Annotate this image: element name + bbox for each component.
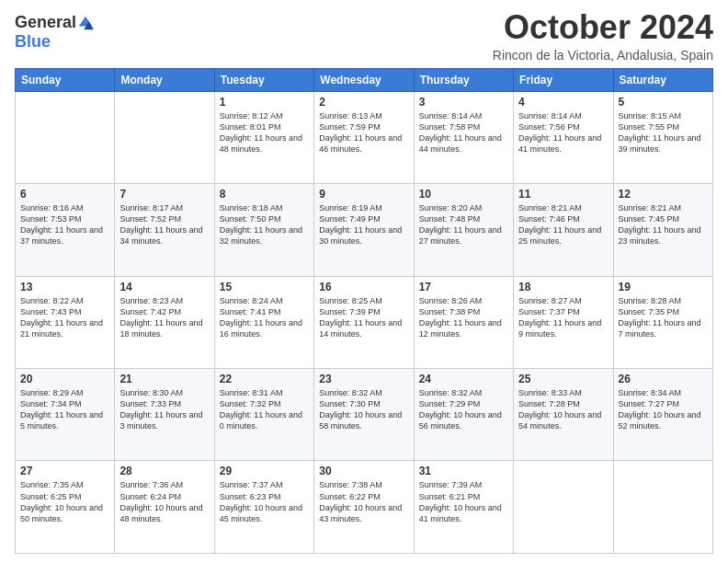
- day-number: 2: [319, 96, 408, 109]
- day-info: Sunrise: 8:32 AM Sunset: 7:29 PM Dayligh…: [419, 387, 508, 432]
- day-info: Sunrise: 8:25 AM Sunset: 7:39 PM Dayligh…: [319, 295, 408, 340]
- day-info: Sunrise: 8:23 AM Sunset: 7:42 PM Dayligh…: [119, 295, 209, 340]
- day-info: Sunrise: 8:12 AM Sunset: 8:01 PM Dayligh…: [220, 110, 309, 155]
- day-number: 11: [518, 188, 608, 201]
- table-row: 1Sunrise: 8:12 AM Sunset: 8:01 PM Daylig…: [214, 91, 313, 183]
- day-number: 14: [119, 281, 209, 293]
- logo-icon: [77, 15, 94, 31]
- day-info: Sunrise: 8:18 AM Sunset: 7:50 PM Dayligh…: [220, 202, 309, 247]
- day-number: 5: [619, 96, 708, 109]
- table-row: 21Sunrise: 8:30 AM Sunset: 7:33 PM Dayli…: [115, 369, 214, 461]
- day-number: 10: [419, 188, 508, 201]
- col-sunday: Sunday: [16, 68, 115, 91]
- table-row: 11Sunrise: 8:21 AM Sunset: 7:46 PM Dayli…: [514, 184, 613, 276]
- table-row: 3Sunrise: 8:14 AM Sunset: 7:58 PM Daylig…: [414, 91, 513, 183]
- table-row: 15Sunrise: 8:24 AM Sunset: 7:41 PM Dayli…: [214, 276, 313, 368]
- day-number: 1: [220, 96, 309, 109]
- calendar-header-row: Sunday Monday Tuesday Wednesday Thursday…: [16, 68, 713, 91]
- col-monday: Monday: [115, 68, 214, 91]
- logo-blue-text: Blue: [15, 32, 51, 52]
- calendar-week-row: 6Sunrise: 8:16 AM Sunset: 7:53 PM Daylig…: [16, 184, 713, 276]
- header: General Blue October 2024 Rincon de la V…: [15, 9, 713, 63]
- day-info: Sunrise: 7:39 AM Sunset: 6:21 PM Dayligh…: [419, 479, 508, 524]
- day-number: 26: [619, 373, 708, 385]
- day-info: Sunrise: 7:38 AM Sunset: 6:22 PM Dayligh…: [319, 479, 408, 524]
- day-number: 31: [419, 465, 508, 477]
- day-number: 23: [319, 373, 408, 385]
- calendar-week-row: 1Sunrise: 8:12 AM Sunset: 8:01 PM Daylig…: [16, 91, 713, 183]
- day-number: 19: [619, 281, 708, 293]
- day-info: Sunrise: 8:31 AM Sunset: 7:32 PM Dayligh…: [220, 387, 309, 432]
- day-number: 9: [319, 188, 408, 201]
- day-info: Sunrise: 8:33 AM Sunset: 7:28 PM Dayligh…: [518, 387, 608, 432]
- day-info: Sunrise: 8:14 AM Sunset: 7:56 PM Dayligh…: [518, 110, 608, 155]
- day-info: Sunrise: 8:20 AM Sunset: 7:48 PM Dayligh…: [419, 202, 508, 247]
- table-row: 8Sunrise: 8:18 AM Sunset: 7:50 PM Daylig…: [214, 184, 313, 276]
- calendar-week-row: 13Sunrise: 8:22 AM Sunset: 7:43 PM Dayli…: [16, 276, 713, 368]
- month-title: October 2024: [493, 9, 713, 46]
- day-info: Sunrise: 7:37 AM Sunset: 6:23 PM Dayligh…: [220, 479, 309, 524]
- table-row: 7Sunrise: 8:17 AM Sunset: 7:52 PM Daylig…: [115, 184, 214, 276]
- col-wednesday: Wednesday: [314, 68, 414, 91]
- day-number: 16: [319, 281, 408, 293]
- day-info: Sunrise: 8:21 AM Sunset: 7:46 PM Dayligh…: [518, 202, 608, 247]
- day-info: Sunrise: 8:24 AM Sunset: 7:41 PM Dayligh…: [220, 295, 309, 340]
- table-row: 30Sunrise: 7:38 AM Sunset: 6:22 PM Dayli…: [314, 461, 414, 554]
- table-row: 22Sunrise: 8:31 AM Sunset: 7:32 PM Dayli…: [214, 369, 313, 461]
- day-number: 24: [419, 373, 508, 385]
- table-row: [115, 91, 214, 183]
- table-row: 23Sunrise: 8:32 AM Sunset: 7:30 PM Dayli…: [314, 369, 414, 461]
- day-info: Sunrise: 7:35 AM Sunset: 6:25 PM Dayligh…: [20, 479, 109, 524]
- day-number: 25: [518, 373, 608, 385]
- table-row: 28Sunrise: 7:36 AM Sunset: 6:24 PM Dayli…: [115, 461, 214, 554]
- day-info: Sunrise: 8:19 AM Sunset: 7:49 PM Dayligh…: [319, 202, 408, 247]
- table-row: 12Sunrise: 8:21 AM Sunset: 7:45 PM Dayli…: [613, 184, 712, 276]
- page: General Blue October 2024 Rincon de la V…: [0, 0, 728, 563]
- day-info: Sunrise: 8:16 AM Sunset: 7:53 PM Dayligh…: [20, 202, 109, 247]
- day-number: 8: [220, 188, 309, 201]
- calendar-week-row: 20Sunrise: 8:29 AM Sunset: 7:34 PM Dayli…: [16, 369, 713, 461]
- col-saturday: Saturday: [613, 68, 712, 91]
- table-row: 20Sunrise: 8:29 AM Sunset: 7:34 PM Dayli…: [16, 369, 115, 461]
- table-row: 31Sunrise: 7:39 AM Sunset: 6:21 PM Dayli…: [414, 461, 513, 554]
- day-info: Sunrise: 8:28 AM Sunset: 7:35 PM Dayligh…: [619, 295, 708, 340]
- day-number: 22: [220, 373, 309, 385]
- col-friday: Friday: [514, 68, 613, 91]
- table-row: 27Sunrise: 7:35 AM Sunset: 6:25 PM Dayli…: [16, 461, 115, 554]
- day-info: Sunrise: 8:30 AM Sunset: 7:33 PM Dayligh…: [119, 387, 209, 432]
- table-row: 29Sunrise: 7:37 AM Sunset: 6:23 PM Dayli…: [214, 461, 313, 554]
- table-row: 5Sunrise: 8:15 AM Sunset: 7:55 PM Daylig…: [613, 91, 712, 183]
- day-info: Sunrise: 8:21 AM Sunset: 7:45 PM Dayligh…: [619, 202, 708, 247]
- table-row: 16Sunrise: 8:25 AM Sunset: 7:39 PM Dayli…: [314, 276, 414, 368]
- day-number: 4: [518, 96, 608, 109]
- day-info: Sunrise: 7:36 AM Sunset: 6:24 PM Dayligh…: [119, 479, 209, 524]
- day-number: 3: [419, 96, 508, 109]
- day-number: 18: [518, 281, 608, 293]
- day-info: Sunrise: 8:22 AM Sunset: 7:43 PM Dayligh…: [20, 295, 109, 340]
- table-row: 25Sunrise: 8:33 AM Sunset: 7:28 PM Dayli…: [514, 369, 613, 461]
- day-number: 21: [119, 373, 209, 385]
- day-number: 7: [119, 188, 209, 201]
- table-row: 24Sunrise: 8:32 AM Sunset: 7:29 PM Dayli…: [414, 369, 513, 461]
- table-row: [514, 461, 613, 554]
- table-row: 2Sunrise: 8:13 AM Sunset: 7:59 PM Daylig…: [314, 91, 414, 183]
- logo-general-text: General: [15, 13, 76, 32]
- day-number: 30: [319, 465, 408, 477]
- day-number: 27: [20, 465, 109, 477]
- day-number: 28: [119, 465, 209, 477]
- day-number: 13: [20, 281, 109, 293]
- day-number: 6: [20, 188, 109, 201]
- table-row: 4Sunrise: 8:14 AM Sunset: 7:56 PM Daylig…: [514, 91, 613, 183]
- table-row: 18Sunrise: 8:27 AM Sunset: 7:37 PM Dayli…: [514, 276, 613, 368]
- day-number: 29: [220, 465, 309, 477]
- table-row: 14Sunrise: 8:23 AM Sunset: 7:42 PM Dayli…: [115, 276, 214, 368]
- day-info: Sunrise: 8:15 AM Sunset: 7:55 PM Dayligh…: [619, 110, 708, 155]
- day-number: 15: [220, 281, 309, 293]
- table-row: [613, 461, 712, 554]
- table-row: 6Sunrise: 8:16 AM Sunset: 7:53 PM Daylig…: [16, 184, 115, 276]
- col-thursday: Thursday: [414, 68, 513, 91]
- day-number: 12: [619, 188, 708, 201]
- table-row: 26Sunrise: 8:34 AM Sunset: 7:27 PM Dayli…: [613, 369, 712, 461]
- calendar-week-row: 27Sunrise: 7:35 AM Sunset: 6:25 PM Dayli…: [16, 461, 713, 554]
- day-info: Sunrise: 8:26 AM Sunset: 7:38 PM Dayligh…: [419, 295, 508, 340]
